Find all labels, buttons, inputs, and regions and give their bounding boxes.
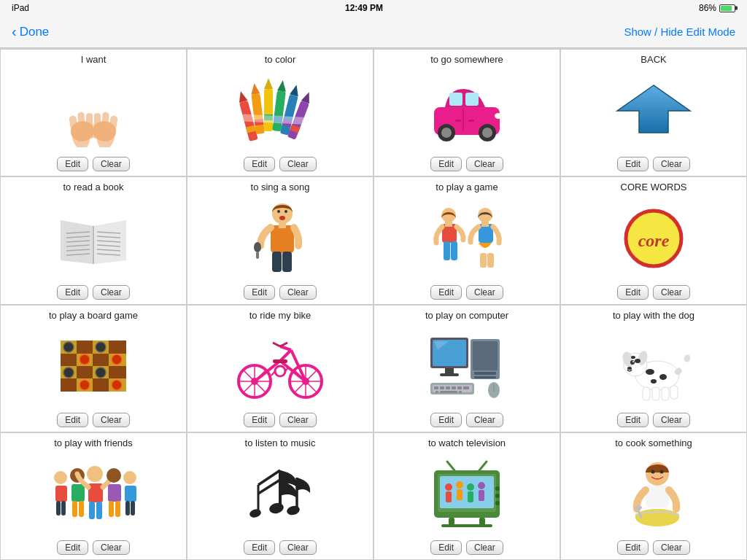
clear-button-listen-music[interactable]: Clear [279, 540, 317, 555]
edit-button-play-computer[interactable]: Edit [430, 413, 462, 427]
cell-play-computer: to play on computer [374, 305, 560, 432]
svg-rect-122 [273, 359, 287, 363]
svg-line-121 [280, 343, 287, 346]
cell-to-play-game: to play a game [374, 176, 560, 304]
clear-button-i-want[interactable]: Clear [93, 157, 130, 171]
cell-image-listen-music [190, 451, 370, 537]
svg-rect-80 [77, 341, 93, 354]
svg-rect-127 [473, 341, 498, 370]
clear-button-play-friends[interactable]: Clear [93, 540, 130, 555]
svg-point-158 [631, 356, 635, 359]
svg-point-156 [627, 367, 632, 370]
svg-rect-137 [440, 386, 444, 389]
svg-point-157 [635, 359, 640, 363]
cell-image-watch-tv [377, 451, 557, 537]
svg-rect-139 [452, 386, 456, 389]
edit-button-i-want[interactable]: Edit [57, 157, 88, 171]
cell-buttons-watch-tv: Edit Clear [430, 540, 503, 555]
svg-point-63 [279, 216, 285, 220]
svg-rect-174 [96, 502, 102, 519]
cell-core-words: CORE WORDS core Edit Clear [560, 176, 747, 304]
clear-button-to-read-book[interactable]: Clear [93, 285, 130, 300]
cell-buttons-to-play-game: Edit Clear [430, 285, 503, 300]
svg-point-65 [285, 210, 287, 213]
clear-button-board-game[interactable]: Clear [93, 413, 130, 427]
clear-button-to-play-game[interactable]: Clear [466, 285, 503, 300]
back-button[interactable]: ‹ Done [12, 23, 49, 40]
svg-point-209 [660, 470, 664, 473]
svg-rect-181 [125, 501, 130, 516]
cell-to-sing-a-song: to sing a song [187, 176, 374, 304]
svg-point-203 [495, 494, 500, 498]
back-label: Done [20, 25, 50, 39]
cell-board-game: to play a board game [0, 305, 187, 432]
clear-button-cook[interactable]: Clear [653, 540, 690, 555]
svg-point-204 [495, 501, 500, 505]
cell-image-ride-bike [190, 323, 370, 410]
cell-buttons-play-friends: Edit Clear [57, 540, 129, 555]
svg-rect-170 [79, 501, 84, 517]
svg-rect-198 [479, 490, 484, 501]
svg-rect-18 [264, 89, 273, 131]
clear-button-to-color[interactable]: Clear [279, 157, 317, 171]
svg-point-95 [63, 342, 74, 352]
edit-button-cook[interactable]: Edit [617, 540, 649, 555]
cell-buttons-listen-music: Edit Clear [244, 540, 316, 555]
clear-button-back[interactable]: Clear [653, 157, 690, 171]
edit-mode-button[interactable]: Show / Hide Edit Mode [624, 26, 735, 38]
cell-image-to-play-game [377, 195, 557, 281]
svg-rect-178 [115, 501, 120, 517]
cell-buttons-board-game: Edit Clear [57, 413, 129, 427]
svg-point-99 [63, 368, 74, 378]
edit-button-watch-tv[interactable]: Edit [430, 540, 462, 555]
clear-button-core-words[interactable]: Clear [653, 285, 690, 300]
edit-button-board-game[interactable]: Edit [57, 413, 88, 427]
svg-rect-161 [662, 387, 669, 400]
edit-button-play-dog[interactable]: Edit [617, 413, 649, 427]
edit-button-ride-bike[interactable]: Edit [244, 413, 275, 427]
cell-image-back [564, 67, 743, 154]
cell-image-play-computer [377, 323, 557, 410]
edit-button-listen-music[interactable]: Edit [244, 540, 275, 555]
svg-rect-93 [93, 378, 109, 392]
svg-rect-62 [256, 252, 259, 259]
edit-button-to-read-book[interactable]: Edit [57, 285, 88, 300]
svg-point-37 [482, 128, 492, 138]
svg-rect-196 [468, 491, 473, 502]
clear-button-play-computer[interactable]: Clear [466, 413, 503, 427]
svg-rect-177 [109, 501, 114, 517]
svg-rect-74 [480, 253, 487, 268]
cell-image-to-color [190, 67, 370, 154]
svg-rect-192 [446, 491, 452, 502]
edit-button-back[interactable]: Edit [617, 157, 649, 171]
clear-button-play-dog[interactable]: Clear [653, 413, 690, 427]
svg-rect-140 [457, 386, 462, 389]
edit-button-to-sing-a-song[interactable]: Edit [244, 285, 275, 300]
clear-button-watch-tv[interactable]: Clear [466, 540, 503, 555]
edit-button-to-color[interactable]: Edit [244, 157, 275, 171]
cell-buttons-play-dog: Edit Clear [617, 413, 689, 427]
svg-line-206 [479, 462, 487, 470]
svg-rect-182 [131, 501, 135, 516]
svg-marker-22 [277, 79, 287, 91]
cell-image-to-go-somewhere [377, 67, 557, 154]
clear-button-ride-bike[interactable]: Clear [279, 413, 317, 427]
clear-button-to-sing-a-song[interactable]: Clear [279, 285, 317, 300]
svg-rect-132 [445, 368, 454, 374]
svg-rect-58 [279, 222, 286, 228]
cell-watch-tv: to watch television [374, 432, 560, 560]
svg-point-185 [249, 508, 262, 518]
svg-point-208 [651, 470, 655, 473]
edit-button-core-words[interactable]: Edit [617, 285, 649, 300]
cell-label-i-want: I want [81, 54, 107, 67]
cell-listen-music: to listen to music [187, 432, 374, 560]
edit-button-to-play-game[interactable]: Edit [430, 285, 462, 300]
svg-rect-57 [271, 225, 294, 253]
clear-button-to-go-somewhere[interactable]: Clear [466, 157, 503, 171]
edit-button-play-friends[interactable]: Edit [57, 540, 88, 555]
edit-button-to-go-somewhere[interactable]: Edit [430, 157, 462, 171]
cell-image-to-read-book [4, 195, 183, 281]
cell-buttons-i-want: Edit Clear [57, 157, 129, 171]
cell-buttons-cook: Edit Clear [617, 540, 689, 555]
svg-rect-160 [652, 387, 659, 400]
